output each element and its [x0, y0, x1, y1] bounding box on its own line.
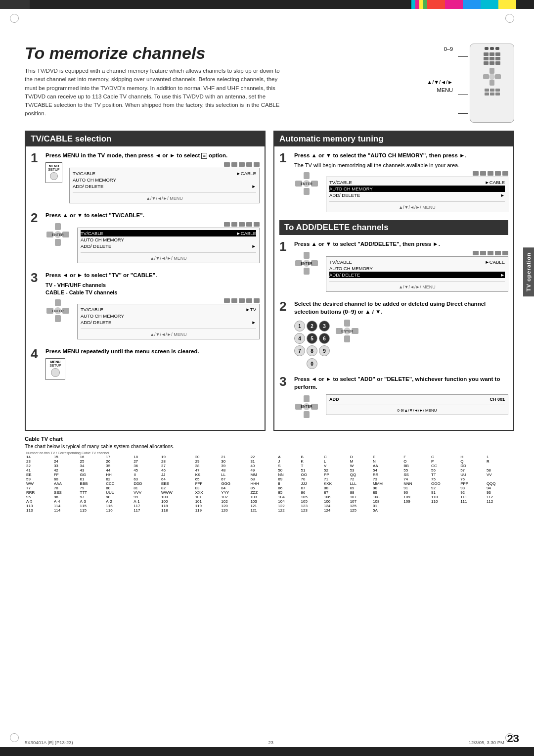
footer-right: 12/3/05, 3:30 PM [469, 740, 504, 745]
channel-table: Number on this TV / Corresponding Cable … [25, 451, 514, 513]
title-to: To [25, 44, 44, 62]
table-row: 113114115116117118119120121 122123124125… [25, 508, 514, 513]
num-btn-3: 3 [319, 321, 330, 331]
annotation-09: 0–9 [444, 46, 453, 52]
add-step2-text: Select the desired channel to be added o… [294, 300, 508, 316]
nav-label-add1: ▲/▼/◄/►/ MENU [329, 284, 505, 289]
num-btn-0: 0 [307, 358, 317, 369]
nav-label-auto: ▲/▼/◄/►/ MENU [329, 205, 505, 210]
menu-screen-add1: TV/CABLE►CABLE AUTO CH MEMORY ADD/ DELET… [326, 256, 508, 292]
annotation-arrows: ▲/▼/◄/► [427, 79, 453, 85]
tv-operation-tab: TV operation [523, 247, 534, 296]
step4-num: 4 [31, 347, 42, 360]
main-two-col: TV/CABLE selection 1 Press MENU in the T… [25, 131, 514, 431]
num-btn-9: 9 [319, 345, 330, 356]
add-step3-text: Press ◄ or ► to select "ADD" or "DELETE"… [294, 375, 508, 391]
step2-text: Press ▲ or ▼ to select "TV/CABLE". [45, 211, 260, 219]
table-row: 596061626364656768 6970717273747576 [25, 477, 514, 481]
auto-memory-header: Automatic memory tuning [274, 132, 513, 146]
title-main: memorize channels [49, 44, 206, 62]
num-btn-8: 8 [307, 345, 317, 356]
reg-mark-top-left [10, 14, 19, 23]
add-step2-num: 2 [279, 300, 290, 313]
footer: 5X30401A [E] (P13-23) 23 12/3/05, 3:30 P… [25, 740, 504, 745]
step3-num: 3 [31, 271, 42, 284]
nav-label-1: ▲/▼/◄/►/ MENU [73, 196, 256, 201]
menu-screen-1: TV/CABLE►CABLE AUTO CH MEMORY ADD/ DELET… [69, 168, 260, 203]
auto-step1-sub: The TV will begin memorizing all the cha… [294, 162, 508, 168]
menu-screen-auto: TV/CABLE►CABLE AUTO CH MEMORY ADD/ DELET… [326, 177, 508, 212]
step3: 3 Press ◄ or ► to select "TV" or "CABLE"… [31, 271, 260, 341]
num-btn-5: 5 [307, 333, 317, 344]
table-row: 113114115116117118119120121 122123124125… [25, 504, 514, 508]
footer-center: 23 [268, 740, 273, 745]
add-step2: 2 Select the desired channel to be added… [279, 300, 508, 369]
title-section: To memorize channels This TV/DVD is equi… [25, 44, 514, 123]
reg-mark-bottom-left [10, 733, 19, 742]
table-row: 141516171819202122 ABCDEFGH1 [25, 455, 514, 459]
remote-illustration [470, 44, 514, 123]
auto-step1: 1 Press ▲ or ▼ to select the "AUTO CH ME… [279, 151, 508, 214]
auto-step1-text: Press ▲ or ▼ to select the "AUTO CH MEMO… [294, 151, 508, 159]
table-row: A-5A-4A-3A-2A-1100101102103 104105106107… [25, 499, 514, 504]
number-buttons: 1 2 3 4 5 6 7 8 9 [294, 321, 330, 356]
cable-chart-title: Cable TV chart [25, 436, 514, 442]
page-number: 23 [507, 732, 519, 745]
num-btn-2: 2 [307, 321, 317, 331]
table-row: 414243444546474849 505152535455565758 [25, 468, 514, 472]
add-step3-num: 3 [279, 375, 290, 388]
step1-num: 1 [31, 151, 42, 164]
add-step1-num: 1 [279, 240, 290, 253]
top-bar [0, 0, 534, 9]
add-label: ADD [329, 397, 339, 402]
table-row: WWAAABBBCCCDDDEEEFFFGGGHHH IIJJJKKKLLLMM… [25, 481, 514, 486]
step2: 2 Press ▲ or ▼ to select "TV/CABLE". ENT… [31, 211, 260, 265]
add-delete-header: To ADD/DELETE channels [279, 220, 508, 235]
table-row: 777879808182838485 868788899091929394 [25, 486, 514, 490]
add-step3: 3 Press ◄ or ► to select "ADD" or "DELET… [279, 375, 508, 419]
num-btn-7: 7 [294, 345, 305, 356]
annotation-menu: MENU [437, 87, 453, 93]
auto-memory-section: Automatic memory tuning 1 Press ▲ or ▼ t… [273, 131, 514, 431]
page-title: To memorize channels [25, 44, 396, 63]
step3-sub2: CABLE - Cable TV channels [45, 289, 260, 295]
remote-diagram: 0–9 ▲/▼/◄/► MENU [405, 44, 514, 123]
bottom-bar [0, 747, 534, 756]
step3-sub1: TV - VHF/UHF channels [45, 282, 260, 288]
tv-cable-section: TV/CABLE selection 1 Press MENU in the T… [25, 131, 266, 431]
table-row: 232425262728293031 JKLMNOPQR [25, 459, 514, 464]
menu-screen-2: TV/CABLE►CABLE AUTO CH MEMORY ADD/ DELET… [77, 228, 260, 263]
nav-label-3: ▲/▼/◄/►/ MENU [81, 332, 256, 337]
reg-mark-top-right [505, 14, 514, 23]
step4-text: Press MENU repeatedly until the menu scr… [45, 347, 260, 355]
step1: 1 Press MENU in the TV mode, then press … [31, 151, 260, 205]
step4: 4 Press MENU repeatedly until the menu s… [31, 347, 260, 380]
add-nav: 0-9/▲/▼/◄/►/ MENU [329, 408, 505, 413]
table-row: 9596979899100101102103 10410510610710810… [25, 495, 514, 499]
num-btn-1: 1 [294, 321, 305, 331]
nav-label-2: ▲/▼/◄/►/ MENU [81, 256, 256, 261]
step3-text: Press ◄ or ► to select "TV" or "CABLE". [45, 271, 260, 279]
table-note: Number on this TV / Corresponding Cable … [25, 451, 514, 455]
cable-chart-desc: The chart below is typical of many cable… [25, 444, 514, 449]
title-description: This TV/DVD is equipped with a channel m… [25, 67, 282, 118]
footer-left: 5X30401A [E] (P13-23) [25, 740, 73, 745]
menu-screen-3: TV/CABLE►TV AUTO CH MEMORY ADD/ DELETE► … [77, 304, 260, 339]
num-btn-6: 6 [319, 333, 330, 344]
add-step1-text: Press ▲ or ▼ to select "ADD/DELETE", the… [294, 240, 508, 248]
tv-cable-header: TV/CABLE selection [26, 132, 265, 146]
table-row: 323334353637383940 STVWAABBCCDD [25, 464, 514, 468]
auto-step1-num: 1 [279, 151, 290, 164]
step1-text: Press MENU in the TV mode, then press ◄ … [45, 151, 260, 159]
cable-chart: Cable TV chart The chart below is typica… [25, 436, 514, 513]
add-channel: CH 001 [490, 397, 505, 402]
add-step1: 1 Press ▲ or ▼ to select "ADD/DELETE", t… [279, 240, 508, 294]
table-row: EEFFGGHHIIJJKKLLMM NNOOPPQQRRSSTTUUVV [25, 472, 514, 477]
table-row: RRRSSSTTTUUUVVVWWWXXXYYYZZZ 858687888990… [25, 490, 514, 495]
step2-num: 2 [31, 211, 42, 224]
num-btn-4: 4 [294, 333, 305, 344]
add-screen: ADD CH 001 0-9/▲/▼/◄/►/ MENU [326, 394, 508, 415]
